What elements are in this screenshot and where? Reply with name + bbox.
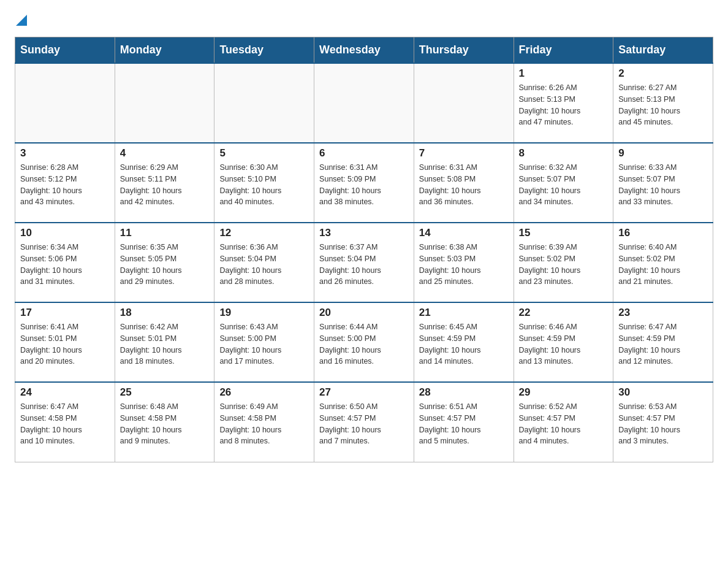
day-number: 23	[618, 307, 708, 319]
day-info: Sunrise: 6:26 AMSunset: 5:13 PMDaylight:…	[519, 82, 609, 128]
calendar-cell: 25Sunrise: 6:48 AMSunset: 4:58 PMDayligh…	[115, 382, 214, 462]
calendar-cell: 3Sunrise: 6:28 AMSunset: 5:12 PMDaylight…	[15, 143, 115, 223]
week-row-5: 24Sunrise: 6:47 AMSunset: 4:58 PMDayligh…	[15, 382, 713, 462]
calendar-cell: 24Sunrise: 6:47 AMSunset: 4:58 PMDayligh…	[15, 382, 115, 462]
day-info: Sunrise: 6:52 AMSunset: 4:57 PMDaylight:…	[519, 401, 609, 447]
day-number: 13	[319, 227, 409, 239]
calendar-cell: 26Sunrise: 6:49 AMSunset: 4:58 PMDayligh…	[214, 382, 314, 462]
day-info: Sunrise: 6:45 AMSunset: 4:59 PMDaylight:…	[419, 321, 509, 367]
weekday-header-thursday: Thursday	[414, 37, 514, 64]
day-number: 4	[120, 147, 210, 159]
calendar-cell: 1Sunrise: 6:26 AMSunset: 5:13 PMDaylight…	[514, 63, 613, 143]
day-info: Sunrise: 6:46 AMSunset: 4:59 PMDaylight:…	[519, 321, 609, 367]
day-info: Sunrise: 6:44 AMSunset: 5:00 PMDaylight:…	[319, 321, 409, 367]
day-info: Sunrise: 6:31 AMSunset: 5:09 PMDaylight:…	[319, 162, 409, 208]
day-number: 22	[519, 307, 609, 319]
week-row-3: 10Sunrise: 6:34 AMSunset: 5:06 PMDayligh…	[15, 223, 713, 302]
day-info: Sunrise: 6:33 AMSunset: 5:07 PMDaylight:…	[618, 162, 708, 208]
day-number: 2	[618, 67, 708, 80]
day-number: 30	[618, 386, 708, 399]
day-number: 29	[519, 386, 609, 399]
day-number: 26	[219, 386, 309, 399]
calendar-cell: 8Sunrise: 6:32 AMSunset: 5:07 PMDaylight…	[514, 143, 613, 223]
day-info: Sunrise: 6:27 AMSunset: 5:13 PMDaylight:…	[618, 82, 708, 128]
day-info: Sunrise: 6:34 AMSunset: 5:06 PMDaylight:…	[20, 242, 110, 288]
day-number: 11	[120, 227, 210, 239]
day-number: 16	[618, 227, 708, 239]
calendar-cell: 12Sunrise: 6:36 AMSunset: 5:04 PMDayligh…	[214, 223, 314, 302]
day-number: 19	[219, 307, 309, 319]
day-number: 20	[319, 307, 409, 319]
weekday-header-wednesday: Wednesday	[314, 37, 414, 64]
calendar-cell: 4Sunrise: 6:29 AMSunset: 5:11 PMDaylight…	[115, 143, 214, 223]
day-number: 5	[219, 147, 309, 159]
calendar-cell: 18Sunrise: 6:42 AMSunset: 5:01 PMDayligh…	[115, 302, 214, 382]
week-row-2: 3Sunrise: 6:28 AMSunset: 5:12 PMDaylight…	[15, 143, 713, 223]
calendar-cell: 27Sunrise: 6:50 AMSunset: 4:57 PMDayligh…	[314, 382, 414, 462]
calendar-cell	[314, 63, 414, 143]
day-number: 17	[20, 307, 110, 319]
day-info: Sunrise: 6:51 AMSunset: 4:57 PMDaylight:…	[419, 401, 509, 447]
calendar: SundayMondayTuesdayWednesdayThursdayFrid…	[15, 37, 713, 462]
day-info: Sunrise: 6:38 AMSunset: 5:03 PMDaylight:…	[419, 242, 509, 288]
day-number: 1	[519, 67, 609, 80]
day-number: 28	[419, 386, 509, 399]
calendar-cell: 21Sunrise: 6:45 AMSunset: 4:59 PMDayligh…	[414, 302, 514, 382]
calendar-cell	[214, 63, 314, 143]
day-info: Sunrise: 6:28 AMSunset: 5:12 PMDaylight:…	[20, 162, 110, 208]
header	[15, 15, 713, 27]
weekday-header-sunday: Sunday	[15, 37, 115, 64]
day-info: Sunrise: 6:53 AMSunset: 4:57 PMDaylight:…	[618, 401, 708, 447]
weekday-header-saturday: Saturday	[613, 37, 713, 64]
day-info: Sunrise: 6:47 AMSunset: 4:58 PMDaylight:…	[20, 401, 110, 447]
calendar-cell: 20Sunrise: 6:44 AMSunset: 5:00 PMDayligh…	[314, 302, 414, 382]
calendar-cell: 9Sunrise: 6:33 AMSunset: 5:07 PMDaylight…	[613, 143, 713, 223]
day-number: 6	[319, 147, 409, 159]
day-info: Sunrise: 6:50 AMSunset: 4:57 PMDaylight:…	[319, 401, 409, 447]
day-number: 7	[419, 147, 509, 159]
day-number: 24	[20, 386, 110, 399]
calendar-cell: 11Sunrise: 6:35 AMSunset: 5:05 PMDayligh…	[115, 223, 214, 302]
weekday-header-monday: Monday	[115, 37, 214, 64]
calendar-cell: 23Sunrise: 6:47 AMSunset: 4:59 PMDayligh…	[613, 302, 713, 382]
calendar-cell: 28Sunrise: 6:51 AMSunset: 4:57 PMDayligh…	[414, 382, 514, 462]
day-number: 21	[419, 307, 509, 319]
day-number: 9	[618, 147, 708, 159]
day-info: Sunrise: 6:42 AMSunset: 5:01 PMDaylight:…	[120, 321, 210, 367]
calendar-cell	[115, 63, 214, 143]
logo-triangle-icon	[16, 15, 27, 26]
calendar-cell: 29Sunrise: 6:52 AMSunset: 4:57 PMDayligh…	[514, 382, 613, 462]
calendar-cell: 7Sunrise: 6:31 AMSunset: 5:08 PMDaylight…	[414, 143, 514, 223]
calendar-cell: 19Sunrise: 6:43 AMSunset: 5:00 PMDayligh…	[214, 302, 314, 382]
weekday-header-tuesday: Tuesday	[214, 37, 314, 64]
calendar-cell: 6Sunrise: 6:31 AMSunset: 5:09 PMDaylight…	[314, 143, 414, 223]
calendar-cell: 22Sunrise: 6:46 AMSunset: 4:59 PMDayligh…	[514, 302, 613, 382]
calendar-cell: 13Sunrise: 6:37 AMSunset: 5:04 PMDayligh…	[314, 223, 414, 302]
day-info: Sunrise: 6:49 AMSunset: 4:58 PMDaylight:…	[219, 401, 309, 447]
calendar-cell: 16Sunrise: 6:40 AMSunset: 5:02 PMDayligh…	[613, 223, 713, 302]
weekday-header-friday: Friday	[514, 37, 613, 64]
day-info: Sunrise: 6:41 AMSunset: 5:01 PMDaylight:…	[20, 321, 110, 367]
day-info: Sunrise: 6:35 AMSunset: 5:05 PMDaylight:…	[120, 242, 210, 288]
day-number: 27	[319, 386, 409, 399]
calendar-cell: 5Sunrise: 6:30 AMSunset: 5:10 PMDaylight…	[214, 143, 314, 223]
day-info: Sunrise: 6:31 AMSunset: 5:08 PMDaylight:…	[419, 162, 509, 208]
day-number: 12	[219, 227, 309, 239]
day-info: Sunrise: 6:30 AMSunset: 5:10 PMDaylight:…	[219, 162, 309, 208]
calendar-cell: 2Sunrise: 6:27 AMSunset: 5:13 PMDaylight…	[613, 63, 713, 143]
calendar-cell: 15Sunrise: 6:39 AMSunset: 5:02 PMDayligh…	[514, 223, 613, 302]
day-info: Sunrise: 6:32 AMSunset: 5:07 PMDaylight:…	[519, 162, 609, 208]
day-info: Sunrise: 6:37 AMSunset: 5:04 PMDaylight:…	[319, 242, 409, 288]
day-number: 25	[120, 386, 210, 399]
day-info: Sunrise: 6:29 AMSunset: 5:11 PMDaylight:…	[120, 162, 210, 208]
day-number: 18	[120, 307, 210, 319]
day-info: Sunrise: 6:40 AMSunset: 5:02 PMDaylight:…	[618, 242, 708, 288]
day-number: 14	[419, 227, 509, 239]
calendar-cell	[15, 63, 115, 143]
week-row-4: 17Sunrise: 6:41 AMSunset: 5:01 PMDayligh…	[15, 302, 713, 382]
calendar-cell: 17Sunrise: 6:41 AMSunset: 5:01 PMDayligh…	[15, 302, 115, 382]
day-number: 3	[20, 147, 110, 159]
calendar-cell: 30Sunrise: 6:53 AMSunset: 4:57 PMDayligh…	[613, 382, 713, 462]
day-info: Sunrise: 6:36 AMSunset: 5:04 PMDaylight:…	[219, 242, 309, 288]
day-number: 15	[519, 227, 609, 239]
